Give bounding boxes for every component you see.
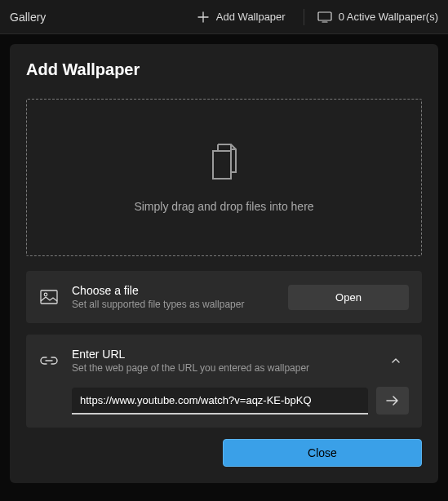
svg-point-2 (44, 293, 47, 296)
monitor-icon (317, 11, 332, 24)
image-icon (39, 290, 59, 304)
go-button[interactable] (376, 387, 409, 415)
svg-rect-0 (318, 12, 331, 20)
enter-url-title: Enter URL (72, 348, 370, 361)
dropzone[interactable]: Simply drag and drop files into here (26, 99, 422, 256)
choose-file-subtitle: Set all supported file types as wallpape… (72, 299, 275, 310)
copy-icon (208, 143, 241, 180)
enter-url-section: Enter URL Set the web page of the URL yo… (26, 335, 422, 428)
open-button[interactable]: Open (288, 285, 409, 310)
choose-file-title: Choose a file (72, 284, 275, 297)
link-icon (39, 355, 59, 366)
close-button[interactable]: Close (223, 439, 422, 467)
header-divider (304, 9, 304, 25)
chevron-up-icon (391, 357, 401, 364)
choose-file-section: Choose a file Set all supported file typ… (26, 271, 422, 323)
plus-icon (197, 11, 210, 24)
add-wallpaper-label: Add Wallpaper (216, 11, 286, 23)
add-wallpaper-button[interactable]: Add Wallpaper (192, 7, 291, 27)
arrow-right-icon (385, 395, 400, 406)
svg-rect-1 (41, 290, 57, 304)
dropzone-text: Simply drag and drop files into here (134, 200, 313, 213)
active-count-label: 0 Active Wallpaper(s) (339, 11, 438, 23)
header-actions: Add Wallpaper 0 Active Wallpaper(s) (192, 7, 438, 27)
active-wallpapers-info[interactable]: 0 Active Wallpaper(s) (317, 11, 438, 24)
dialog-title: Add Wallpaper (26, 60, 422, 79)
enter-url-subtitle: Set the web page of the URL you entered … (72, 362, 370, 374)
app-header: Gallery Add Wallpaper 0 Active Wallpaper… (0, 0, 448, 34)
gallery-title: Gallery (10, 11, 46, 24)
collapse-button[interactable] (383, 348, 409, 374)
url-input[interactable] (72, 388, 368, 415)
add-wallpaper-dialog: Add Wallpaper Simply drag and drop files… (10, 44, 438, 483)
dialog-footer: Close (26, 439, 422, 467)
